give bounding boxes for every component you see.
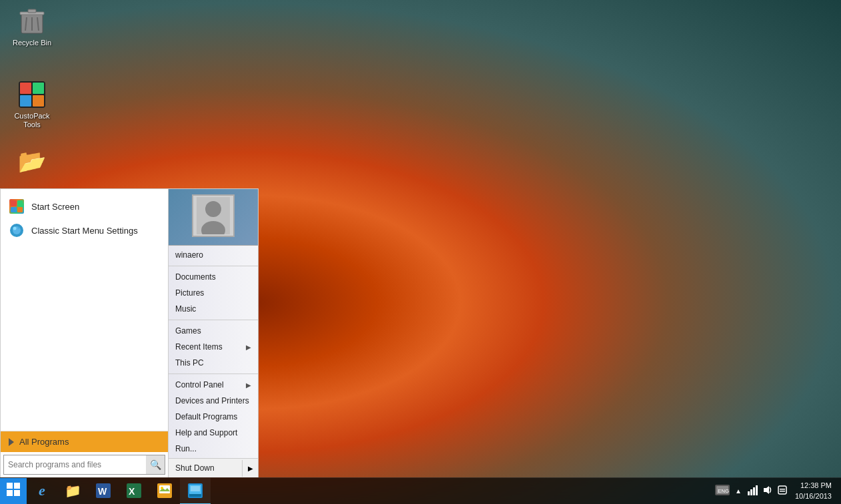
user-avatar xyxy=(192,194,235,237)
shutdown-options-button[interactable]: ▶ xyxy=(242,460,258,477)
windows-logo-icon xyxy=(7,483,20,499)
all-programs-label: All Programs xyxy=(19,437,69,447)
svg-point-14 xyxy=(18,227,20,229)
taskbar-item-word[interactable]: W xyxy=(88,478,119,505)
separator-2 xyxy=(169,320,258,320)
help-support-label: Help and Support xyxy=(175,428,237,437)
classic-settings-icon xyxy=(9,222,25,238)
right-item-username[interactable]: winaero xyxy=(169,247,258,263)
taskbar-item-active-app[interactable] xyxy=(180,478,211,505)
svg-rect-32 xyxy=(189,494,201,497)
svg-rect-7 xyxy=(20,83,31,94)
svg-rect-27 xyxy=(159,485,170,493)
svg-point-29 xyxy=(161,487,163,489)
default-programs-label: Default Programs xyxy=(175,412,237,421)
tray-time: 12:38 PM xyxy=(795,481,832,491)
shutdown-button[interactable]: Shut Down xyxy=(169,459,242,477)
desktop-icon-folder[interactable]: 📂 xyxy=(5,145,59,178)
search-button[interactable]: 🔍 xyxy=(146,455,165,474)
svg-rect-40 xyxy=(756,485,758,495)
tray-volume-icon[interactable] xyxy=(762,484,774,498)
control-panel-arrow-icon: ▶ xyxy=(246,381,251,389)
separator-1 xyxy=(169,266,258,266)
recent-items-arrow-icon: ▶ xyxy=(246,344,251,351)
right-item-run[interactable]: Run... xyxy=(169,441,258,457)
taskbar-item-imgviewer[interactable] xyxy=(149,478,180,505)
svg-rect-2 xyxy=(28,9,36,13)
svg-point-13 xyxy=(13,227,17,230)
svg-rect-33 xyxy=(191,486,200,491)
start-menu-items-list: Start Screen Classic Start Menu Settings xyxy=(1,189,168,431)
this-pc-label: This PC xyxy=(175,358,204,368)
svg-rect-37 xyxy=(748,491,750,495)
games-label: Games xyxy=(175,326,201,336)
right-item-control-panel[interactable]: Control Panel ▶ xyxy=(169,377,258,393)
devices-printers-label: Devices and Printers xyxy=(175,396,249,405)
right-item-games[interactable]: Games xyxy=(169,323,258,339)
svg-rect-8 xyxy=(33,83,44,94)
right-item-this-pc[interactable]: This PC xyxy=(169,355,258,371)
right-item-recent-items[interactable]: Recent Items ▶ xyxy=(169,339,258,355)
explorer-icon: 📁 xyxy=(65,483,81,499)
taskbar-item-explorer[interactable]: 📁 xyxy=(57,478,88,505)
right-item-music[interactable]: Music xyxy=(169,301,258,317)
ie-icon: e xyxy=(39,482,45,499)
svg-rect-38 xyxy=(750,489,752,495)
svg-marker-41 xyxy=(764,486,769,494)
custopack-label: CustoPackTools xyxy=(14,112,49,129)
svg-rect-21 xyxy=(14,490,20,496)
taskbar-items: e 📁 W X xyxy=(27,478,708,504)
tray-action-center-icon[interactable] xyxy=(776,484,788,498)
run-label: Run... xyxy=(175,444,197,453)
music-label: Music xyxy=(175,304,196,314)
pictures-label: Pictures xyxy=(175,288,204,298)
svg-rect-18 xyxy=(7,483,13,489)
start-screen-label: Start Screen xyxy=(31,202,79,212)
tray-keyboard-icon[interactable]: ENG xyxy=(714,483,731,499)
start-screen-icon xyxy=(9,198,25,214)
folder-icon: 📂 xyxy=(16,145,48,177)
right-item-default-programs[interactable]: Default Programs xyxy=(169,409,258,425)
taskbar-item-ie[interactable]: e xyxy=(27,478,57,505)
recent-items-label: Recent Items xyxy=(175,342,223,352)
desktop-icon-custopack[interactable]: CustoPackTools xyxy=(5,79,59,129)
start-menu: Start Screen Classic Start Menu Settings… xyxy=(0,188,259,477)
right-item-help-support[interactable]: Help and Support xyxy=(169,425,258,441)
tray-show-hidden-icon[interactable]: ▲ xyxy=(734,486,743,496)
all-programs-arrow-icon xyxy=(9,438,14,446)
shutdown-arrow-icon: ▶ xyxy=(248,465,253,472)
tray-network-icon[interactable] xyxy=(746,483,759,499)
svg-rect-39 xyxy=(753,487,755,495)
start-search-bar: 🔍 xyxy=(3,455,165,475)
svg-rect-43 xyxy=(780,489,785,490)
active-app-icon xyxy=(188,483,203,498)
svg-rect-20 xyxy=(7,490,13,496)
right-item-pictures[interactable]: Pictures xyxy=(169,285,258,301)
desktop-icon-recycle-bin[interactable]: Recycle Bin xyxy=(5,5,59,47)
tray-date: 10/16/2013 xyxy=(795,491,832,501)
classic-settings-item[interactable]: Classic Start Menu Settings xyxy=(1,218,168,242)
tray-clock[interactable]: 12:38 PM 10/16/2013 xyxy=(791,481,836,501)
start-screen-item[interactable]: Start Screen xyxy=(1,194,168,218)
start-button[interactable] xyxy=(0,478,27,505)
svg-rect-10 xyxy=(33,95,44,107)
right-menu-items: winaero Documents Pictures Music Games R… xyxy=(169,246,258,458)
control-panel-label: Control Panel xyxy=(175,380,224,389)
recycle-bin-icon xyxy=(16,5,48,37)
start-menu-right-panel: winaero Documents Pictures Music Games R… xyxy=(169,188,259,477)
taskbar-tray: ENG ▲ xyxy=(708,478,841,504)
svg-text:X: X xyxy=(129,486,135,497)
right-item-devices-printers[interactable]: Devices and Printers xyxy=(169,393,258,409)
shutdown-bar: Shut Down ▶ xyxy=(169,458,258,477)
taskbar: e 📁 W X xyxy=(0,477,841,504)
svg-point-16 xyxy=(205,201,221,217)
user-header xyxy=(169,189,258,246)
image-viewer-icon xyxy=(157,483,172,498)
word-icon: W xyxy=(96,483,111,498)
right-item-documents[interactable]: Documents xyxy=(169,269,258,285)
svg-text:W: W xyxy=(98,486,107,497)
svg-rect-9 xyxy=(20,95,31,107)
search-input[interactable] xyxy=(4,457,146,472)
all-programs-item[interactable]: All Programs xyxy=(1,431,168,452)
taskbar-item-excel[interactable]: X xyxy=(119,478,149,505)
